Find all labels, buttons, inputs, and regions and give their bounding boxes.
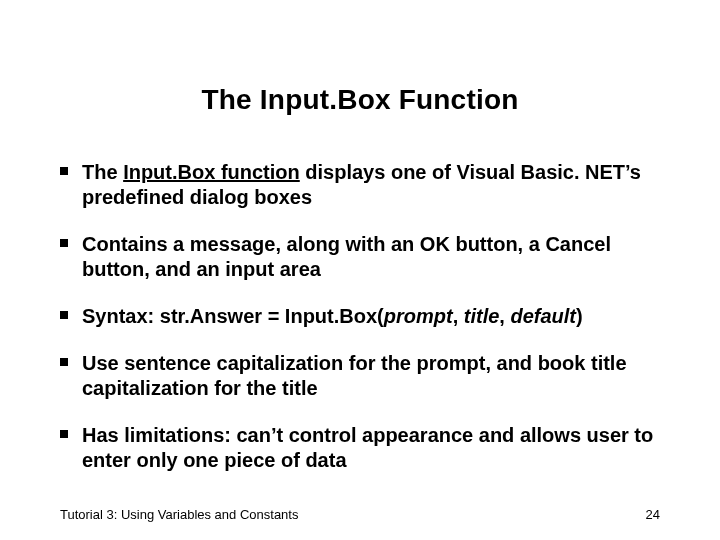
square-bullet-icon (60, 311, 68, 319)
bullet-list: The Input.Box function displays one of V… (60, 160, 660, 495)
footer-left: Tutorial 3: Using Variables and Constant… (60, 507, 298, 522)
square-bullet-icon (60, 239, 68, 247)
bullet-text: The Input.Box function displays one of V… (82, 160, 660, 210)
bullet-text: Contains a message, along with an OK but… (82, 232, 660, 282)
slide-title: The Input.Box Function (0, 84, 720, 116)
slide: The Input.Box Function The Input.Box fun… (0, 0, 720, 540)
square-bullet-icon (60, 358, 68, 366)
square-bullet-icon (60, 167, 68, 175)
list-item: Has limitations: can’t control appearanc… (60, 423, 660, 473)
list-item: Syntax: str.Answer = Input.Box(prompt, t… (60, 304, 660, 329)
page-number: 24 (646, 507, 660, 522)
text-run: , (453, 305, 464, 327)
italic-arg: title (464, 305, 500, 327)
square-bullet-icon (60, 430, 68, 438)
bullet-text: Syntax: str.Answer = Input.Box(prompt, t… (82, 304, 660, 329)
text-run: ) (576, 305, 583, 327)
list-item: Contains a message, along with an OK but… (60, 232, 660, 282)
list-item: The Input.Box function displays one of V… (60, 160, 660, 210)
italic-arg: prompt (384, 305, 453, 327)
bullet-text: Has limitations: can’t control appearanc… (82, 423, 660, 473)
text-run: Syntax: str.Answer = Input.Box( (82, 305, 384, 327)
underlined-term: Input.Box function (123, 161, 300, 183)
bullet-text: Use sentence capitalization for the prom… (82, 351, 660, 401)
text-run: , (499, 305, 510, 327)
list-item: Use sentence capitalization for the prom… (60, 351, 660, 401)
italic-arg: default (510, 305, 576, 327)
slide-footer: Tutorial 3: Using Variables and Constant… (60, 507, 660, 522)
text-run: The (82, 161, 123, 183)
